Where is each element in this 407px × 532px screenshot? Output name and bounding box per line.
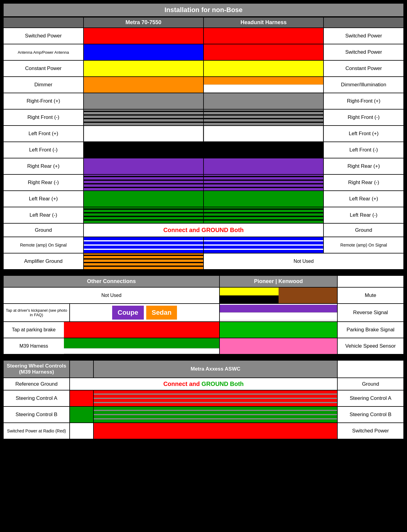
th-empty-right [323,17,404,28]
bar-red [84,28,203,44]
bar-green-black [84,207,203,223]
label-right-dimmer: Dimmer/Illumination [323,77,404,93]
label-right-ref-ground: Ground [337,378,404,390]
bar-yellow [204,61,323,76]
row-left-rear-minus: Left Rear (-) Left Rear (-) [3,207,404,223]
th-empty-left [3,17,84,28]
bar-gray [84,93,203,109]
ground-connect-cell: Connect and GROUND Both [84,223,324,237]
metra-amp-ground [84,253,204,269]
m39-steering-a [70,390,93,406]
bar-purple [204,158,323,174]
row-constant-power: Constant Power Constant Power [3,60,404,77]
row-switched-power: Switched Power Switched Power [3,28,404,44]
row-right-front-plus: Right-Front (+) Right-Front (+) [3,93,404,109]
pioneer-parking [219,322,337,338]
label-left-lf-minus: Left Front (-) [3,142,84,158]
metra-lr-minus [84,207,204,223]
bar-purple-black [204,175,323,190]
bar-black [204,142,323,158]
coupe-sedan-cell: Coupe Sedan [70,304,219,322]
s3-header-right: Metra Axxess ASWC [93,360,337,378]
headunit-lr-minus [204,207,323,223]
headunit-rf-plus [204,93,323,109]
label-right-parking: Parking Brake Signal [337,322,404,338]
aswc-steering-b [93,406,337,423]
label-left-antenna: Antenna Amp/Power Antenna [3,44,84,60]
th-metra: Metra 70-7550 [84,17,204,28]
headunit-rr-minus [204,174,323,191]
table2: Other Connections Pioneer | Kenwood Not … [3,275,404,355]
bar-purple-black [84,175,203,190]
label-left-remote: Remote (amp) On Signal [3,237,84,253]
label-left-lr-minus: Left Rear (-) [3,207,84,223]
row-right-front-minus: Right Front (-) Right Front (-) [3,109,404,126]
bar-orange [84,77,203,93]
row-reverse-signal: Tap at driver's kickpanel (see photo in … [3,304,404,322]
label-left-rr-minus: Right Rear (-) [3,174,84,191]
coupe-label: Coupe [112,306,144,320]
headunit-switched-power [204,28,323,44]
s3-header-left: Steering Wheel Controls (M39 Harness) [3,360,70,378]
headunit-dimmer [204,77,323,93]
metra-lf-plus [84,126,204,142]
label-right-sp-radio: Switched Power [337,423,404,439]
label-right-steering-a: Steering Control A [337,390,404,406]
label-left-switched-power: Switched Power [3,28,84,44]
section1-title: Installation for non-Bose [3,3,404,17]
headunit-antenna [204,44,323,60]
label-left-steering-b: Steering Control B [3,406,70,423]
label-right-ground: Ground [323,223,404,237]
row-right-rear-minus: Right Rear (-) Right Rear (-) [3,174,404,191]
label-right-lr-minus: Left Rear (-) [323,207,404,223]
headunit-rr-plus [204,158,323,174]
headunit-lr-plus [204,191,323,207]
metra-remote [84,237,204,253]
bar-blue-white [204,237,323,253]
row-antenna-amp: Antenna Amp/Power Antenna Switched Power [3,44,404,60]
row-left-front-plus: Left Front (+) Left Front (+) [3,126,404,142]
metra-dimmer [84,77,204,93]
label-not-used: Not Used [3,287,219,304]
label-right-lf-plus: Left Front (+) [323,126,404,142]
label-left-amp-ground: Amplifier Ground [3,253,84,269]
label-left-speed: M39 Harness [3,338,219,354]
label-left-dimmer: Dimmer [3,77,84,93]
row-remote-amp: Remote (amp) On Signal Remote (amp) On S… [3,237,404,253]
s3-col-m39 [70,360,93,378]
label-left-lf-plus: Left Front (+) [3,126,84,142]
label-left-steering-a: Steering Control A [3,390,70,406]
s2-header-left: Other Connections [3,276,219,287]
label-right-lf-minus: Left Front (-) [323,142,404,158]
label-right-speed: Vehicle Speed Sensor [337,338,404,354]
section2: Other Connections Pioneer | Kenwood Not … [3,275,404,355]
bar-green-black [204,207,323,223]
bar-orange-black [84,253,203,269]
label-right-steering-b: Steering Control B [337,406,404,423]
ground-both-text: GROUND Both [201,381,244,387]
metra-lr-plus [84,191,204,207]
aswc-steering-a [93,390,337,406]
bar-white [84,126,203,142]
label-right-rf-plus: Right-Front (+) [323,93,404,109]
ref-ground-connect: Connect and GROUND Both [70,378,337,390]
bar-gray-black [84,110,203,125]
sedan-label: Sedan [146,306,177,320]
m39-sp-radio [70,423,93,439]
pioneer-speed [219,338,337,354]
row-amp-ground: Amplifier Ground Not Used [3,253,404,269]
bar-yellow [84,61,203,76]
metra-switched-power [84,28,204,44]
m39-steering-b [70,406,93,423]
label-right-rf-minus: Right Front (-) [323,109,404,126]
metra-rf-minus [84,109,204,126]
headunit-lf-plus [204,126,323,142]
bar-purple [84,158,203,174]
bar-green [204,191,323,207]
headunit-constant [204,60,323,77]
row-dimmer: Dimmer Dimmer/Illumination [3,77,404,93]
label-right-antenna: Switched Power [323,44,404,60]
row-steering-a: Steering Control A Steering Control A [3,390,404,406]
s2-header-right: Pioneer | Kenwood [219,276,337,287]
bar-blue-white [84,237,203,253]
